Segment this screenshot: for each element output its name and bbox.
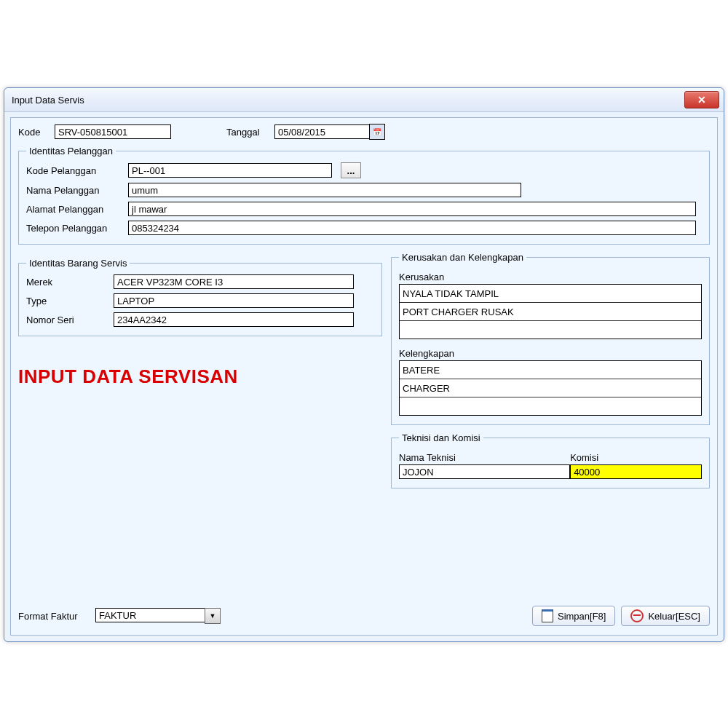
header-row: Kode Tanggal 📅: [18, 124, 710, 140]
keluar-button-label: Keluar[ESC]: [648, 611, 700, 622]
telepon-pelanggan-label: Telepon Pelanggan: [26, 223, 128, 234]
simpan-button[interactable]: Simpan[F8]: [532, 606, 615, 626]
barang-legend: Identitas Barang Servis: [26, 258, 130, 269]
chevron-down-icon[interactable]: ▼: [205, 608, 221, 624]
nama-teknisi-label: Nama Teknisi: [399, 452, 570, 463]
nama-teknisi-input[interactable]: [399, 464, 570, 479]
close-button[interactable]: ✕: [684, 91, 719, 108]
teknisi-legend: Teknisi dan Komisi: [399, 432, 483, 443]
pelanggan-group: Identitas Pelanggan Kode Pelanggan ... N…: [18, 146, 710, 245]
type-input[interactable]: [114, 293, 354, 308]
tanggal-input[interactable]: [274, 124, 369, 139]
client-area: Kode Tanggal 📅 Identitas Pelanggan Kode …: [10, 117, 718, 636]
alamat-pelanggan-label: Alamat Pelanggan: [26, 204, 128, 215]
footer-bar: Format Faktur ▼ Simpan[F8] Keluar[ESC]: [18, 606, 710, 626]
calendar-icon[interactable]: 📅: [369, 124, 385, 140]
list-item[interactable]: NYALA TIDAK TAMPIL: [400, 285, 701, 303]
type-label: Type: [26, 296, 114, 306]
alamat-pelanggan-input[interactable]: [128, 202, 696, 216]
nomor-seri-label: Nomor Seri: [26, 314, 114, 325]
nama-pelanggan-label: Nama Pelanggan: [26, 185, 128, 196]
dialog-window: Input Data Servis ✕ Kode Tanggal 📅 Ident…: [4, 87, 724, 642]
close-icon: ✕: [697, 95, 706, 105]
kode-pelanggan-label: Kode Pelanggan: [26, 165, 128, 176]
teknisi-group: Teknisi dan Komisi Nama Teknisi Komisi: [391, 432, 710, 488]
window-title: Input Data Servis: [12, 95, 84, 106]
kelengkapan-label: Kelengkapan: [399, 348, 702, 359]
pelanggan-legend: Identitas Pelanggan: [26, 146, 116, 157]
komisi-input[interactable]: [570, 464, 702, 479]
format-faktur-combo[interactable]: ▼: [95, 608, 221, 624]
kerusakan-kelengkapan-group: Kerusakan dan Kelengkapan Kerusakan NYAL…: [391, 252, 710, 425]
telepon-pelanggan-input[interactable]: [128, 221, 696, 235]
nama-pelanggan-input[interactable]: [128, 183, 521, 197]
titlebar: Input Data Servis ✕: [4, 88, 724, 112]
list-item[interactable]: CHARGER: [400, 379, 701, 397]
browse-pelanggan-button[interactable]: ...: [341, 162, 361, 178]
tanggal-picker: 📅: [274, 124, 385, 140]
komisi-label: Komisi: [570, 452, 702, 463]
format-faktur-label: Format Faktur: [18, 611, 91, 622]
nomor-seri-input[interactable]: [114, 312, 354, 327]
kode-pelanggan-input[interactable]: [128, 163, 332, 178]
kode-label: Kode: [18, 127, 50, 138]
kerusakan-label: Kerusakan: [399, 272, 702, 282]
tanggal-label: Tanggal: [226, 127, 270, 138]
keluar-button[interactable]: Keluar[ESC]: [621, 606, 710, 626]
list-item[interactable]: [400, 397, 701, 415]
kelengkapan-list[interactable]: BATERE CHARGER: [399, 360, 702, 416]
kode-input[interactable]: [55, 124, 171, 139]
simpan-button-label: Simpan[F8]: [558, 611, 606, 622]
kerusakan-list[interactable]: NYALA TIDAK TAMPIL PORT CHARGER RUSAK: [399, 284, 702, 339]
list-item[interactable]: PORT CHARGER RUSAK: [400, 303, 701, 321]
format-faktur-input[interactable]: [95, 608, 205, 622]
barang-group: Identitas Barang Servis Merek Type Nomor…: [18, 258, 382, 336]
merek-label: Merek: [26, 277, 114, 288]
merek-input[interactable]: [114, 274, 354, 289]
list-item[interactable]: [400, 321, 701, 339]
save-icon: [542, 609, 553, 622]
exit-icon: [630, 609, 644, 622]
kk-legend: Kerusakan dan Kelengkapan: [399, 252, 526, 263]
list-item[interactable]: BATERE: [400, 361, 701, 379]
watermark-text: INPUT DATA SERVISAN: [18, 365, 382, 388]
